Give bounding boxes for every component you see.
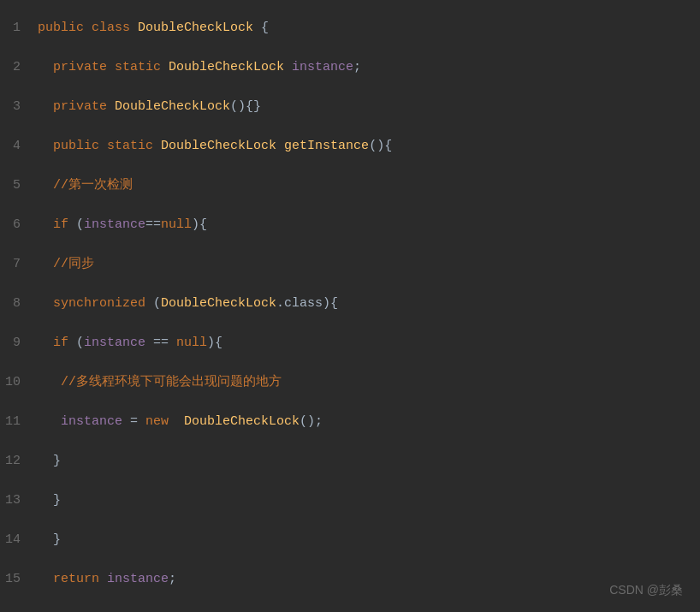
token-kw: public: [53, 139, 107, 153]
token-plain: [38, 60, 53, 74]
table-row: 7 //同步: [0, 245, 700, 284]
token-plain: .class){: [276, 296, 338, 311]
token-plain: (: [76, 217, 84, 232]
table-row: 6 if (instance==null){: [0, 205, 700, 245]
token-plain: (){: [369, 139, 392, 153]
line-content: private DoubleCheckLock(){}: [34, 89, 700, 125]
token-kw: if: [53, 336, 76, 350]
token-kw: if: [53, 217, 76, 232]
line-number: 16: [0, 601, 34, 612]
table-row: 8 synchronized (DoubleCheckLock.class){: [0, 284, 700, 324]
line-content: }: [34, 483, 700, 519]
table-row: 12 }: [0, 442, 700, 481]
token-comment: //第一次检测: [53, 178, 133, 193]
token-plain: =: [122, 414, 145, 429]
token-plain: [38, 99, 53, 114]
token-plain: [38, 178, 53, 193]
token-null-kw: null: [161, 217, 192, 232]
line-content: public class DoubleCheckLock {: [34, 10, 700, 46]
line-number: 15: [0, 561, 34, 597]
line-number: 13: [0, 483, 34, 519]
token-instance-var: instance: [84, 217, 145, 232]
line-content: synchronized (DoubleCheckLock.class){: [34, 286, 700, 322]
token-plain: [38, 414, 61, 429]
token-cls: DoubleCheckLock: [161, 139, 276, 153]
token-plain: }: [38, 454, 61, 468]
token-plain: [38, 257, 53, 271]
line-number: 9: [0, 325, 34, 361]
table-row: 3 private DoubleCheckLock(){}: [0, 87, 700, 127]
line-content: public static DoubleCheckLock getInstanc…: [34, 128, 700, 164]
token-kw: static: [115, 60, 169, 74]
token-instance-var: instance: [107, 572, 169, 586]
token-plain: ){: [207, 336, 222, 350]
line-number: 3: [0, 89, 34, 125]
line-content: if (instance == null){: [34, 325, 700, 361]
table-row: 13 }: [0, 481, 700, 520]
token-plain: [38, 296, 53, 311]
token-plain: [38, 139, 53, 153]
token-comment: //同步: [53, 257, 94, 271]
token-plain: [169, 414, 184, 429]
line-number: 6: [0, 207, 34, 243]
watermark: CSDN @彭桑: [609, 583, 683, 598]
token-plain: }: [38, 493, 61, 508]
token-plain: ==: [145, 217, 161, 232]
token-instance-var: instance: [292, 60, 353, 74]
token-new-kw: new: [145, 414, 169, 429]
token-plain: (: [153, 296, 161, 311]
line-content: return instance;: [34, 561, 700, 597]
token-instance-var: instance: [61, 414, 122, 429]
token-kw: static: [107, 139, 161, 153]
line-content: //多线程环境下可能会出现问题的地方: [34, 365, 700, 401]
token-plain: [38, 572, 53, 586]
token-method: getInstance: [284, 139, 369, 153]
line-content: //第一次检测: [34, 168, 700, 204]
table-row: 5 //第一次检测: [0, 166, 700, 205]
token-plain: [276, 139, 284, 153]
token-kw: synchronized: [53, 296, 153, 311]
line-content: }: [34, 522, 700, 558]
token-plain: [284, 60, 292, 74]
table-row: 14 }: [0, 520, 700, 560]
line-content: //同步: [34, 247, 700, 282]
table-row: 9 if (instance == null){: [0, 324, 700, 363]
table-row: 15 return instance;: [0, 560, 700, 599]
token-plain: ();: [300, 414, 323, 429]
token-kw: public: [38, 21, 92, 35]
token-method: DoubleCheckLock: [115, 99, 230, 114]
token-kw: private: [53, 60, 115, 74]
token-plain: ){: [192, 217, 207, 232]
token-instance-var: instance: [84, 336, 145, 350]
line-number: 8: [0, 286, 34, 322]
line-number: 7: [0, 247, 34, 282]
line-number: 1: [0, 10, 34, 46]
token-plain: }: [38, 532, 61, 547]
token-plain: (){}: [230, 99, 261, 114]
token-plain: ;: [169, 572, 176, 586]
token-plain: ;: [353, 60, 361, 74]
token-cls: DoubleCheckLock: [169, 60, 284, 74]
table-row: 10 //多线程环境下可能会出现问题的地方: [0, 363, 700, 402]
line-number: 5: [0, 168, 34, 204]
code-editor: 1public class DoubleCheckLock {2 private…: [0, 0, 700, 612]
line-number: 2: [0, 50, 34, 86]
line-content: if (instance==null){: [34, 207, 700, 243]
line-number: 4: [0, 128, 34, 164]
line-number: 12: [0, 443, 34, 479]
table-row: 4 public static DoubleCheckLock getInsta…: [0, 127, 700, 166]
token-kw: private: [53, 99, 115, 114]
token-plain: [38, 336, 53, 350]
token-plain: [38, 375, 61, 389]
table-row: 2 private static DoubleCheckLock instanc…: [0, 48, 700, 87]
token-cls: DoubleCheckLock: [184, 414, 300, 429]
line-content: private static DoubleCheckLock instance;: [34, 50, 700, 86]
token-plain: {: [253, 21, 269, 35]
line-content: }: [34, 601, 700, 612]
table-row: 1public class DoubleCheckLock {: [0, 9, 700, 48]
token-cls: DoubleCheckLock: [138, 21, 253, 35]
token-cls: DoubleCheckLock: [161, 296, 276, 311]
table-row: 16 }: [0, 599, 700, 612]
line-number: 11: [0, 404, 34, 440]
line-number: 10: [0, 365, 34, 401]
